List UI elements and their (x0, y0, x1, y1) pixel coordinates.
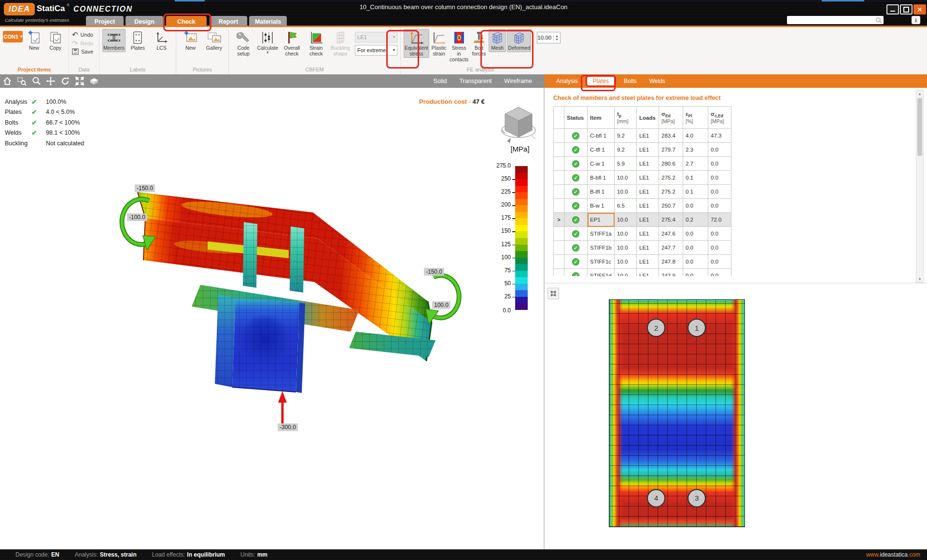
bolt-number-badge[interactable]: 1 (688, 319, 706, 337)
rotate-view-button[interactable] (58, 75, 72, 87)
statica-logo-text: StatiCa (37, 4, 65, 14)
bolt-number-badge[interactable]: 2 (647, 319, 665, 337)
code-setup-button[interactable]: Code setup (232, 29, 255, 58)
deformed-toggle[interactable]: Deformed (507, 29, 531, 52)
spin-up-icon[interactable]: ▲ (555, 34, 559, 38)
view-mode-transparent[interactable]: Transparent (459, 78, 492, 84)
idea-logo: IDEA (4, 3, 35, 15)
gallery-button[interactable]: Gallery (203, 29, 225, 52)
pan-button[interactable] (43, 75, 58, 87)
clipping-box-button[interactable] (87, 75, 101, 87)
picture-new-button[interactable]: New (179, 29, 202, 52)
search-input[interactable] (789, 16, 875, 24)
website-link[interactable]: www.ideastatica.com (866, 551, 920, 558)
deformed-shape-icon (511, 30, 527, 45)
fe-model-scene[interactable] (0, 88, 545, 549)
panel-tab-welds[interactable]: Welds (645, 76, 670, 86)
table-row[interactable]: ✓STIFF1c10.0LE1247.80.00.0 (554, 255, 731, 269)
chevron-down-icon: ▾ (393, 48, 395, 52)
close-button[interactable]: ✕ (913, 4, 926, 14)
scrollbar-up-icon[interactable]: ▲ (916, 90, 923, 97)
members-toggle[interactable]: Members (102, 29, 126, 52)
calculate-button[interactable]: Calculate ▾ (256, 29, 279, 56)
strain-check-button[interactable]: Strain check (305, 29, 328, 58)
extreme-filter-dropdown[interactable]: For extreme ▾ (355, 45, 397, 56)
table-row[interactable]: ✓STIFF1d10.0LE1247.90.00.0 (554, 269, 731, 277)
table-row[interactable]: ✓C-w 15.9LE1280.62.70.0 (554, 157, 731, 171)
navigation-cube[interactable] (500, 102, 537, 144)
legend-color-band (515, 173, 528, 180)
con1-dropdown[interactable]: CON1▾ (3, 31, 23, 42)
title-bar: 10_Continuous beam over column connectio… (0, 0, 927, 27)
cell-sigma-ed: 275.4 (659, 213, 683, 227)
check-ok-icon: ✓ (572, 230, 579, 238)
minimize-button[interactable] (886, 4, 899, 14)
search-box[interactable] (787, 16, 884, 24)
redo-button[interactable]: ↷ Redo (72, 40, 93, 47)
table-row[interactable]: >✓EP110.0LE1275.40.272.0 (554, 213, 731, 227)
table-row[interactable]: ✓STIFF1b10.0LE1247.70.00.0 (554, 241, 731, 255)
undo-icon: ↶ (72, 31, 78, 38)
mesh-toggle[interactable]: Mesh (489, 29, 506, 52)
deformation-scale-spinner[interactable]: 10.00 ▲ ▼ (537, 32, 561, 43)
new-project-button[interactable]: New (24, 29, 44, 52)
bolt-forces-toggle[interactable]: Bolt forces (470, 29, 488, 58)
search-icon (875, 17, 882, 24)
maximize-button[interactable] (900, 4, 913, 14)
panel-tab-analysis[interactable]: Analysis (551, 76, 583, 86)
zoom-window-button[interactable] (14, 75, 29, 87)
overall-check-button[interactable]: Overall check (280, 29, 303, 58)
bolt-number-badge[interactable]: 4 (647, 489, 665, 507)
detail-expand-button[interactable] (548, 288, 559, 299)
undo-button[interactable]: ↶ Undo (72, 31, 93, 38)
legend-color-band (515, 199, 528, 206)
buckling-shape-button[interactable]: Buckling shape (329, 29, 352, 58)
cell-sigma-ced: 0.0 (708, 171, 731, 185)
stress-in-contacts-toggle[interactable]: Stress in contacts (449, 29, 469, 64)
spin-down-icon[interactable]: ▼ (555, 38, 559, 41)
row-expand-arrow: > (554, 213, 564, 227)
zoom-window-icon (17, 76, 27, 86)
equivalent-stress-toggle[interactable]: Equivalent stress (404, 29, 429, 58)
home-view-button[interactable] (0, 75, 14, 87)
scrollbar-down-icon[interactable]: ▼ (916, 276, 923, 282)
save-button[interactable]: Save (72, 48, 93, 55)
view-mode-solid[interactable]: Solid (434, 78, 447, 84)
plates-toggle[interactable]: Plates (126, 29, 149, 52)
table-scrollbar[interactable]: ▲ ▼ (916, 90, 924, 283)
table-row[interactable]: ✓C-tfl 19.2LE1279.72.30.0 (554, 143, 731, 157)
bolt-number-badge[interactable]: 3 (688, 489, 706, 507)
ribbon-group-fe-analysis: Equivalent stress Plastic strain Stress … (401, 27, 560, 74)
legend-color-band (515, 186, 528, 193)
table-row[interactable]: ✓B-tfl 110.0LE1275.20.10.0 (554, 185, 731, 199)
table-row[interactable]: ✓B-bfl 110.0LE1275.20.10.0 (554, 171, 731, 185)
row-status: ✓ (564, 185, 588, 199)
panel-tab-bolts[interactable]: Bolts (619, 76, 642, 86)
panel-tab-plates[interactable]: Plates (586, 75, 616, 87)
status-row: BucklingNot calculated (5, 138, 116, 149)
home-icon (2, 76, 12, 86)
copy-button[interactable]: Copy (45, 29, 66, 52)
cell-loads: LE1 (637, 227, 659, 241)
column-member[interactable] (215, 294, 305, 393)
table-row[interactable]: ✓B-w 16.5LE1250.70.00.0 (554, 199, 731, 213)
scrollbar-thumb[interactable] (917, 98, 922, 156)
cell-sigma-ced: 0.0 (708, 185, 731, 199)
buckling-shape-icon (333, 30, 348, 45)
cell-sigma-ced: 0.0 (708, 255, 731, 269)
legend-color-band (515, 264, 528, 271)
info-button[interactable]: i (912, 16, 920, 24)
plastic-strain-toggle[interactable]: Plastic strain (430, 29, 448, 58)
lcs-toggle[interactable]: LCS (150, 29, 173, 52)
zoom-fit-button[interactable] (72, 75, 87, 87)
panel-divider (545, 283, 927, 283)
legend-color-band (515, 297, 528, 304)
load-effect-dropdown[interactable]: LE1 ▾ (355, 32, 397, 42)
zoom-button[interactable] (29, 75, 43, 87)
table-row[interactable]: ✓STIFF1a10.0LE1247.60.00.0 (554, 227, 731, 241)
view-mode-wireframe[interactable]: Wireframe (504, 78, 532, 84)
plate-detail-view[interactable]: 2143 (609, 299, 745, 527)
cell-sigma-ed: 247.6 (659, 227, 683, 241)
search-icon (31, 76, 41, 86)
table-row[interactable]: ✓C-bfl 19.2LE1283.44.047.3 (554, 129, 731, 143)
